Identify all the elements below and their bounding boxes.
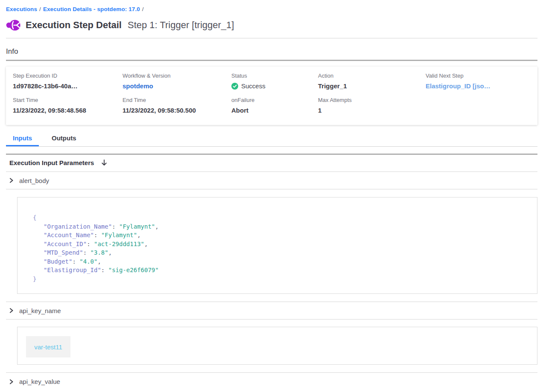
info-field-end-time: End Time 11/23/2022, 09:58:50.500 [123, 97, 231, 114]
field-label: Max Attempts [318, 97, 426, 103]
tab-inputs[interactable]: Inputs [6, 131, 39, 146]
field-label: Workflow & Version [123, 73, 231, 79]
field-label: Valid Next Step [426, 73, 531, 79]
field-label: Step Execution ID [13, 73, 123, 79]
field-value: 11/23/2022, 09:58:48.568 [13, 107, 123, 114]
field-value: Abort [231, 107, 318, 114]
execution-input-parameters-title: Execution Input Parameters [9, 159, 94, 166]
field-label: Action [318, 73, 426, 79]
header-divider [6, 38, 537, 38]
code-line: "Budget": "4.0", [33, 257, 528, 266]
code-line: "Account_Name": "Fylamynt", [33, 231, 528, 240]
breadcrumb-link-execution-details[interactable]: Execution Details - spotdemo: 17.0 [43, 6, 140, 12]
fylamynt-logo-icon [6, 19, 20, 32]
status-badge: Success [231, 82, 318, 90]
info-field-empty [426, 97, 531, 114]
workflow-link[interactable]: spotdemo [123, 82, 231, 90]
info-field-workflow-version: Workflow & Version spotdemo [123, 73, 231, 90]
page-title: Execution Step Detail [26, 20, 122, 31]
section-row-api-key-name[interactable]: api_key_name [6, 302, 537, 319]
info-field-onfailure: onFailure Abort [231, 97, 318, 114]
code-line: "Organization_Name": "Fylamynt", [33, 222, 528, 231]
field-value: Trigger_1 [318, 82, 426, 90]
breadcrumb-separator: / [37, 6, 43, 12]
info-field-action: Action Trigger_1 [318, 73, 426, 90]
breadcrumb-separator: / [140, 6, 146, 12]
api-key-name-chip: var-test11 [26, 336, 70, 357]
page-subtitle: Step 1: Trigger [trigger_1] [128, 20, 234, 31]
execution-step-detail-page: Executions/Execution Details - spotdemo:… [0, 6, 543, 390]
field-label: Start Time [13, 97, 123, 103]
section-name: api_key_value [19, 378, 60, 385]
page-header: Execution Step Detail Step 1: Trigger [t… [6, 19, 537, 32]
code-line: } [33, 275, 528, 284]
field-value: 11/23/2022, 09:58:50.500 [123, 107, 231, 114]
breadcrumb-link-executions[interactable]: Executions [6, 6, 37, 12]
chevron-right-icon[interactable] [9, 308, 14, 314]
chevron-right-icon[interactable] [9, 379, 14, 385]
info-divider [6, 60, 537, 61]
field-label: End Time [123, 97, 231, 103]
tab-bar: Inputs Outputs [6, 131, 537, 147]
info-heading: Info [6, 47, 537, 56]
code-line: { [33, 213, 528, 222]
alert-body-code: {"Organization_Name": "Fylamynt","Accoun… [17, 197, 537, 294]
field-value: 1d97828c-13b6-40a… [13, 82, 123, 90]
api-key-name-box: var-test11 [17, 327, 537, 365]
code-line: "MTD_Spend": "3.8", [33, 248, 528, 257]
section-row-alert-body[interactable]: alert_body [6, 172, 537, 189]
info-card: Step Execution ID 1d97828c-13b6-40a… Wor… [6, 67, 537, 125]
section-name: alert_body [19, 177, 49, 184]
section-name: api_key_name [19, 307, 61, 314]
info-field-step-execution-id: Step Execution ID 1d97828c-13b6-40a… [13, 73, 123, 90]
tab-outputs[interactable]: Outputs [45, 131, 83, 146]
arrow-down-icon[interactable] [101, 159, 108, 166]
success-check-icon [231, 83, 238, 90]
code-line: "Elastigroup_Id": "sig-e26f6079" [33, 266, 528, 275]
execution-input-parameters-header: Execution Input Parameters [6, 155, 537, 172]
field-label: Status [231, 73, 318, 79]
breadcrumb: Executions/Execution Details - spotdemo:… [6, 6, 537, 12]
info-field-status: Status Success [231, 73, 318, 90]
field-value: 1 [318, 107, 426, 114]
section-row-api-key-value[interactable]: api_key_value [6, 373, 537, 390]
info-field-max-attempts: Max Attempts 1 [318, 97, 426, 114]
chevron-right-icon[interactable] [9, 177, 14, 183]
field-label: onFailure [231, 97, 318, 103]
valid-next-step-link[interactable]: Elastigroup_ID [jso… [426, 82, 531, 90]
info-field-valid-next-step: Valid Next Step Elastigroup_ID [jso… [426, 73, 531, 90]
code-line: "Account_ID": "act-29ddd113", [33, 240, 528, 249]
status-text: Success [241, 82, 266, 90]
info-field-start-time: Start Time 11/23/2022, 09:58:48.568 [13, 97, 123, 114]
